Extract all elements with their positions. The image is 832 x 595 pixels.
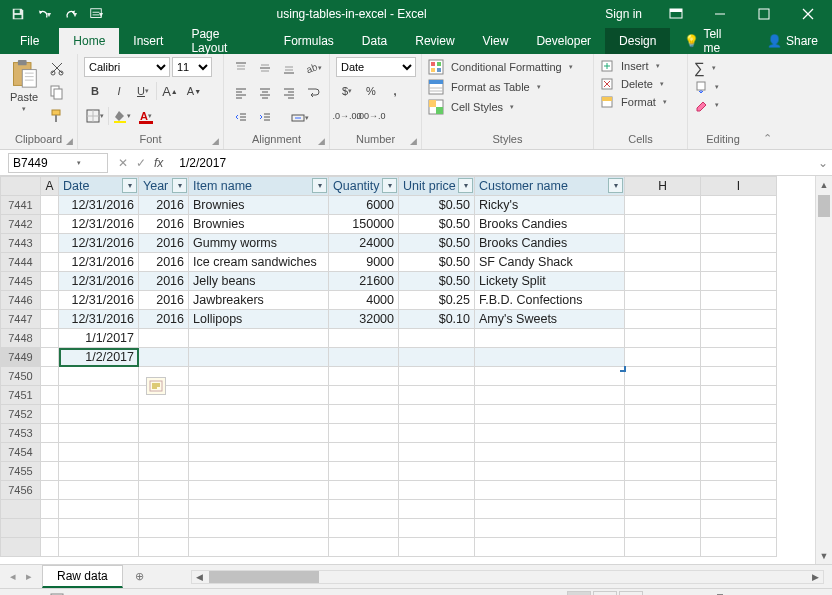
cell[interactable]	[399, 348, 475, 367]
cell[interactable]	[625, 272, 701, 291]
cell[interactable]	[701, 196, 777, 215]
table-header-quantity[interactable]: Quantity▾	[329, 177, 399, 196]
cell[interactable]	[625, 500, 701, 519]
cell[interactable]	[625, 253, 701, 272]
cell[interactable]	[41, 405, 59, 424]
page-break-view-button[interactable]	[619, 591, 643, 596]
autofill-options-icon[interactable]	[146, 377, 166, 395]
borders-button[interactable]: ▾	[84, 105, 106, 127]
cell[interactable]	[399, 424, 475, 443]
cell[interactable]	[41, 481, 59, 500]
cell[interactable]	[41, 424, 59, 443]
cell[interactable]	[625, 348, 701, 367]
orientation-button[interactable]: ab▾	[302, 57, 324, 79]
cell[interactable]	[59, 462, 139, 481]
cell-styles-button[interactable]: Cell Styles ▾	[428, 99, 573, 115]
copy-button[interactable]	[46, 81, 68, 103]
cell[interactable]	[399, 386, 475, 405]
format-painter-button[interactable]	[46, 105, 68, 127]
share-button[interactable]: 👤Share	[753, 28, 832, 54]
cell[interactable]	[139, 481, 189, 500]
cell[interactable]	[701, 272, 777, 291]
cell[interactable]	[139, 462, 189, 481]
cell[interactable]	[189, 367, 329, 386]
row-header[interactable]: 7444	[1, 253, 41, 272]
cell[interactable]: 12/31/2016	[59, 291, 139, 310]
cell[interactable]	[41, 348, 59, 367]
new-sheet-button[interactable]: ⊕	[129, 566, 151, 588]
cell[interactable]: 2016	[139, 310, 189, 329]
cell[interactable]: $0.50	[399, 253, 475, 272]
autosum-button[interactable]: ∑ ▾	[694, 59, 719, 76]
name-box-dropdown-icon[interactable]: ▾	[77, 159, 81, 167]
cell[interactable]: 1/1/2017	[59, 329, 139, 348]
cell[interactable]: Jelly beans	[189, 272, 329, 291]
table-header-unit-price[interactable]: Unit price▾	[399, 177, 475, 196]
cell[interactable]: 12/31/2016	[59, 234, 139, 253]
cell[interactable]	[701, 310, 777, 329]
row-header[interactable]: 7442	[1, 215, 41, 234]
cell[interactable]: 12/31/2016	[59, 272, 139, 291]
row-header[interactable]: 7454	[1, 443, 41, 462]
tab-view[interactable]: View	[469, 28, 523, 54]
cell[interactable]	[189, 348, 329, 367]
cell[interactable]	[399, 405, 475, 424]
cell[interactable]: Ice cream sandwiches	[189, 253, 329, 272]
row-header[interactable]: 7445	[1, 272, 41, 291]
cell[interactable]: 2016	[139, 196, 189, 215]
cell[interactable]	[625, 443, 701, 462]
font-name-select[interactable]: Calibri	[84, 57, 170, 77]
cell[interactable]	[399, 500, 475, 519]
cell[interactable]	[475, 329, 625, 348]
bold-button[interactable]: B	[84, 80, 106, 102]
cell[interactable]: $0.50	[399, 234, 475, 253]
table-resize-handle[interactable]	[620, 366, 626, 372]
page-layout-view-button[interactable]	[593, 591, 617, 596]
select-all-corner[interactable]	[1, 177, 41, 196]
cell[interactable]	[189, 443, 329, 462]
cell[interactable]: 12/31/2016	[59, 215, 139, 234]
cell[interactable]: 150000	[329, 215, 399, 234]
cell[interactable]	[329, 386, 399, 405]
clear-button[interactable]: ▾	[694, 98, 719, 112]
number-format-select[interactable]: Date	[336, 57, 416, 77]
cell[interactable]	[41, 196, 59, 215]
cell[interactable]: Brownies	[189, 196, 329, 215]
column-header-a[interactable]: A	[41, 177, 59, 196]
align-top-button[interactable]	[230, 57, 252, 79]
cell[interactable]	[189, 405, 329, 424]
comma-format-button[interactable]: ,	[384, 80, 406, 102]
align-bottom-button[interactable]	[278, 57, 300, 79]
conditional-formatting-button[interactable]: Conditional Formatting ▾	[428, 59, 573, 75]
underline-button[interactable]: U▾	[132, 80, 154, 102]
cell[interactable]	[41, 272, 59, 291]
cell[interactable]	[189, 519, 329, 538]
cell[interactable]	[59, 538, 139, 557]
filter-button[interactable]: ▾	[382, 178, 397, 193]
decrease-font-button[interactable]: A▼	[183, 80, 205, 102]
cell[interactable]	[399, 462, 475, 481]
ribbon-display-options-button[interactable]	[656, 0, 696, 28]
cell[interactable]	[625, 405, 701, 424]
scroll-up-button[interactable]: ▲	[816, 176, 832, 193]
cell[interactable]	[701, 519, 777, 538]
expand-formula-bar-button[interactable]: ⌄	[814, 156, 832, 170]
cell[interactable]	[475, 405, 625, 424]
cell[interactable]	[701, 215, 777, 234]
tab-developer[interactable]: Developer	[522, 28, 605, 54]
cell[interactable]: Lollipops	[189, 310, 329, 329]
filter-button[interactable]: ▾	[608, 178, 623, 193]
cell[interactable]	[139, 329, 189, 348]
cell[interactable]	[41, 234, 59, 253]
cell[interactable]	[41, 329, 59, 348]
column-header-h[interactable]: H	[625, 177, 701, 196]
cell[interactable]	[59, 481, 139, 500]
tab-home[interactable]: Home	[59, 28, 119, 54]
cell[interactable]	[139, 538, 189, 557]
row-header[interactable]: 7449	[1, 348, 41, 367]
tell-me-search[interactable]: 💡Tell me	[670, 28, 753, 54]
cell[interactable]	[41, 538, 59, 557]
tab-insert[interactable]: Insert	[119, 28, 177, 54]
cell[interactable]	[139, 405, 189, 424]
cell[interactable]	[189, 500, 329, 519]
